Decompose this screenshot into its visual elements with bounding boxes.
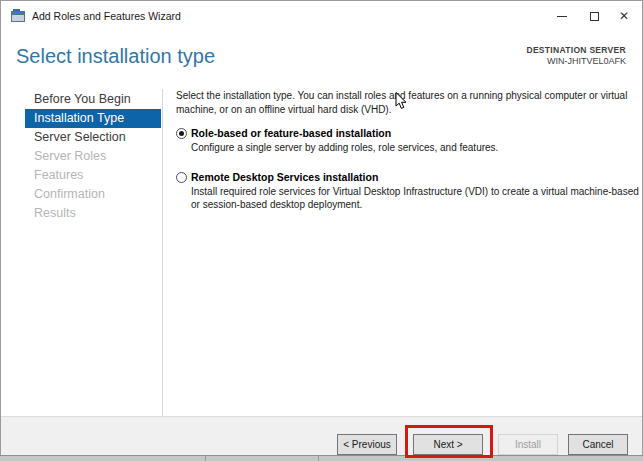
maximize-icon (590, 12, 599, 21)
option-remote-desktop-label[interactable]: Remote Desktop Services installation (191, 171, 378, 183)
sidebar-item-features: Features (25, 166, 161, 185)
sidebar-item-server-roles: Server Roles (25, 147, 161, 166)
option-role-based-description: Configure a single server by adding role… (191, 141, 498, 154)
titlebar: Add Roles and Features Wizard ✕ (1, 1, 642, 31)
radio-remote-desktop-icon[interactable] (176, 172, 187, 183)
close-icon: ✕ (619, 10, 629, 22)
taskbar-strip (0, 455, 643, 461)
previous-button[interactable]: < Previous (337, 434, 397, 455)
next-button[interactable]: Next > (413, 434, 483, 455)
radio-role-based-icon[interactable] (176, 128, 187, 139)
sidebar-item-installation-type[interactable]: Installation Type (25, 109, 161, 128)
cancel-button[interactable]: Cancel (568, 434, 628, 455)
wizard-window: Add Roles and Features Wizard ✕ Select i… (0, 0, 643, 456)
option-remote-desktop-description-line-2: or session-based desktop deployment. (191, 198, 362, 211)
maximize-button[interactable] (578, 1, 610, 31)
wizard-app-icon (11, 9, 26, 22)
destination-server-block: DESTINATION SERVER WIN-JHITVEL0AFK (526, 45, 626, 67)
sidebar-item-before-you-begin[interactable]: Before You Begin (25, 90, 161, 109)
minimize-icon (557, 16, 567, 17)
taskbar-separator (318, 456, 319, 461)
sidebar-item-confirmation: Confirmation (25, 185, 161, 204)
close-button[interactable]: ✕ (608, 1, 640, 31)
window-title: Add Roles and Features Wizard (32, 10, 181, 22)
screenshot-root: Add Roles and Features Wizard ✕ Select i… (0, 0, 643, 461)
nav-content-divider (162, 89, 163, 416)
destination-server-label: DESTINATION SERVER (526, 45, 626, 56)
minimize-button[interactable] (546, 1, 578, 31)
sidebar-item-results: Results (25, 204, 161, 223)
install-button[interactable]: Install (498, 434, 558, 455)
mouse-cursor-icon (395, 92, 408, 110)
page-title: Select installation type (16, 45, 215, 68)
option-role-based-label[interactable]: Role-based or feature-based installation (191, 127, 391, 139)
taskbar-separator (205, 456, 206, 461)
sidebar-item-server-selection[interactable]: Server Selection (25, 128, 161, 147)
destination-server-name: WIN-JHITVEL0AFK (526, 56, 626, 67)
wizard-steps-nav: Before You Begin Installation Type Serve… (25, 90, 161, 223)
option-remote-desktop-description-line-1: Install required role services for Virtu… (191, 185, 639, 198)
